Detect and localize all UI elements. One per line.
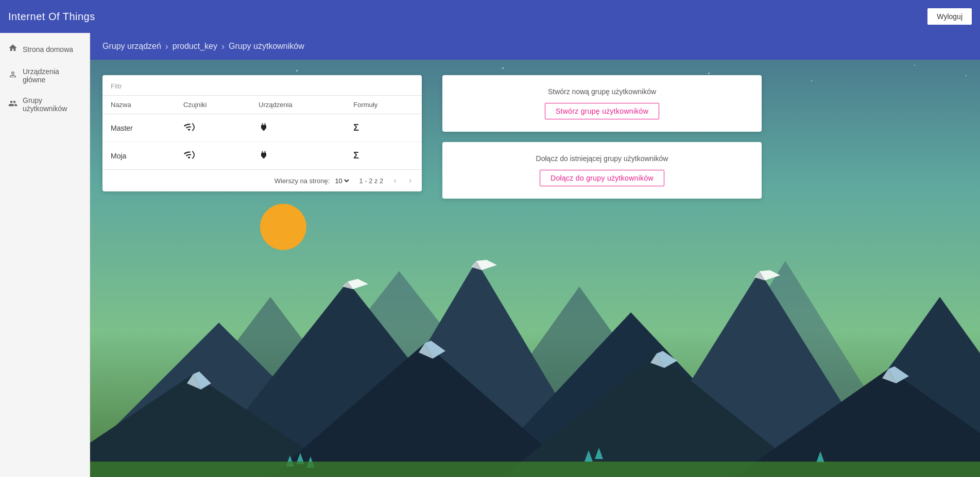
rows-per-page-select[interactable]: 10 25 50 [333,176,351,185]
sidebar: Strona domowa Urządzenia główne Grupy uż… [0,33,90,477]
col-sensors: Czujniki [175,96,250,114]
breadcrumb-part1: Grupy urządzeń [102,42,161,51]
create-group-button[interactable]: Stwórz grupę użytkowników [545,103,659,119]
filter-bar: Filtr [102,75,422,96]
device-icon-master [259,122,269,132]
row-device-moja [250,142,345,170]
rows-per-page: Wierszy na stronę: 10 25 50 [274,176,351,185]
content-area: Grupy urządzeń › product_key › Grupy uży… [90,33,980,477]
join-group-button[interactable]: Dołącz do grupy użytkowników [540,170,664,186]
col-name: Nazwa [102,96,175,114]
row-device-master [250,114,345,142]
filter-label: Filtr [111,82,414,90]
main-layout: Strona domowa Urządzenia główne Grupy uż… [0,33,980,477]
table-row[interactable]: Master Σ [102,114,422,142]
col-formulas: Formuły [345,96,422,114]
table-row[interactable]: Moja Σ [102,142,422,170]
row-name-moja: Moja [102,142,175,170]
page-info: 1 - 2 z 2 [359,177,383,185]
col-devices: Urządzenia [250,96,345,114]
groups-icon [8,99,18,111]
data-table: Nazwa Czujniki Urządzenia Formuły Master [102,96,422,169]
svg-rect-43 [90,462,980,477]
app-title: Internet Of Things [8,11,95,23]
breadcrumb-sep1: › [165,41,168,52]
join-group-card: Dołącz do istniejącej grupy użytkowników… [442,142,762,199]
mountains-svg [90,220,980,477]
sensor-icon-master [183,121,195,133]
breadcrumb-part3: Grupy użytkowników [229,42,304,51]
row-formula-moja: Σ [345,142,422,170]
sidebar-devices-label: Urządzenia główne [23,67,81,84]
table-card: Filtr Nazwa Czujniki Urządzenia Formuły [102,75,422,191]
right-cards: Stwórz nową grupę użytkowników Stwórz gr… [442,75,762,199]
sidebar-groups-label: Grupy użytkowników [23,96,81,113]
prev-page-button[interactable]: ‹ [391,175,398,186]
rows-per-page-label: Wierszy na stronę: [274,177,330,185]
topbar: Internet Of Things Wyloguj [0,0,980,33]
sidebar-item-groups[interactable]: Grupy użytkowników [0,90,90,119]
device-icon-moja [259,150,269,160]
breadcrumb-sep2: › [221,41,225,52]
breadcrumb-part2: product_key [173,42,217,51]
row-name-master: Master [102,114,175,142]
sidebar-item-devices[interactable]: Urządzenia główne [0,61,90,90]
sensor-icon-moja [183,149,195,161]
home-icon [8,43,18,55]
logout-button[interactable]: Wyloguj [927,8,972,25]
breadcrumb: Grupy urządzeń › product_key › Grupy uży… [90,33,980,60]
next-page-button[interactable]: › [407,175,414,186]
devices-icon [8,70,18,82]
join-group-title: Dołącz do istniejącej grupy użytkowników [536,154,668,163]
sidebar-item-home[interactable]: Strona domowa [0,37,90,61]
table-header-row: Nazwa Czujniki Urządzenia Formuły [102,96,422,114]
row-formula-master: Σ [345,114,422,142]
row-sensor-moja [175,142,250,170]
pagination-row: Wierszy na stronę: 10 25 50 1 - 2 z 2 ‹ … [102,169,422,191]
create-group-title: Stwórz nową grupę użytkowników [548,87,656,96]
create-group-card: Stwórz nową grupę użytkowników Stwórz gr… [442,75,762,132]
row-sensor-master [175,114,250,142]
sidebar-home-label: Strona domowa [23,45,73,54]
